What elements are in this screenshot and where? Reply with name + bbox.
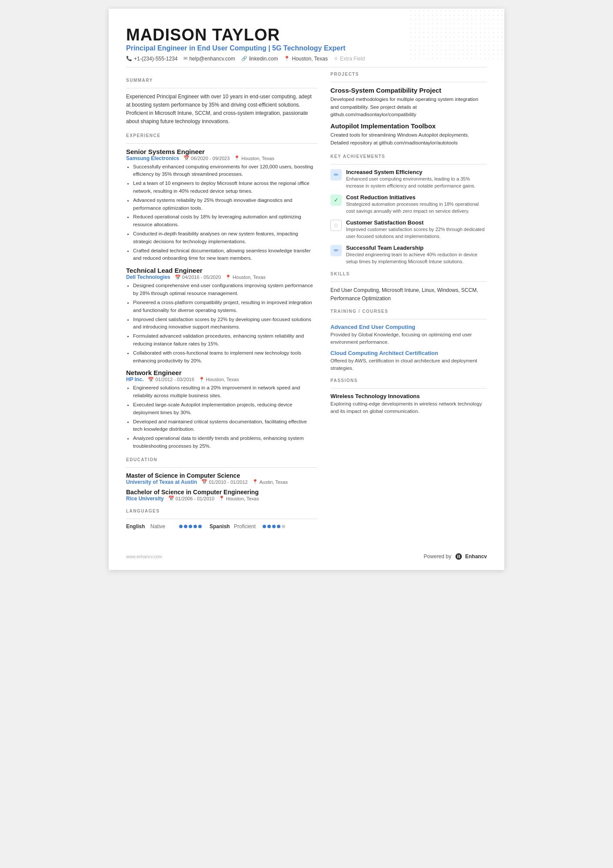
training-title-2: Cloud Computing Architect Certification — [330, 350, 487, 356]
languages-label: LANGUAGES — [126, 509, 317, 513]
left-column: SUMMARY Experienced Principal Engineer w… — [126, 72, 317, 530]
footer: www.enhancv.com Powered by Enhancv — [126, 552, 487, 561]
achievement-icon-3: ☆ — [330, 220, 342, 231]
experience-label: EXPERIENCE — [126, 133, 317, 138]
achievement-title-4: Successful Team Leadership — [346, 245, 487, 251]
dot-s-2 — [267, 525, 271, 528]
achievement-2: ✓ Cost Reduction Initiatives Strategized… — [330, 194, 487, 215]
lang-spanish: Spanish Proficient — [210, 523, 285, 530]
achievement-title-1: Increased System Efficiency — [346, 169, 487, 175]
lang-english-name: English — [126, 523, 148, 530]
calendar-icon-1: 📅 — [183, 155, 190, 161]
achievement-icon-1: ✏ — [330, 169, 342, 181]
degree-2: Bachelor of Science in Computer Engineer… — [126, 489, 317, 496]
header-divider — [126, 67, 487, 67]
project-title-1: Cross-System Compatibility Project — [330, 87, 487, 94]
bullet-2-1: Designed comprehensive end-user configur… — [133, 282, 317, 298]
bullet-2-3: Improved client satisfaction scores by 2… — [133, 316, 317, 332]
linkedin-value: linkedin.com — [249, 56, 278, 62]
university-2: Rice University — [126, 496, 164, 502]
achievement-text-3: Improved customer satisfaction scores by… — [346, 226, 487, 240]
degree-1: Master of Science in Computer Science — [126, 472, 317, 479]
star-icon: ☆ — [334, 56, 338, 61]
university-1: University of Texas at Austin — [126, 479, 197, 485]
achievement-1: ✏ Increased System Efficiency Enhanced u… — [330, 169, 487, 190]
summary-divider — [126, 88, 317, 88]
training-text-1: Provided by Global Knowledge, focusing o… — [330, 331, 487, 346]
skills-text: End User Computing, Microsoft Intune, Li… — [330, 286, 487, 303]
training-divider — [330, 319, 487, 319]
bullet-1-6: Crafted detailed technical documentation… — [133, 247, 317, 263]
projects-divider — [330, 82, 487, 82]
edu-meta-2: Rice University 📅 01/2006 - 01/2010 📍 Ho… — [126, 496, 317, 502]
two-column-layout: SUMMARY Experienced Principal Engineer w… — [126, 72, 487, 530]
dates-3: 📅 01/2012 - 03/2016 — [148, 377, 194, 382]
bullet-1-1: Successfully enhanced computing environm… — [133, 163, 317, 179]
location-2: 📍 Houston, Texas — [225, 275, 266, 280]
pin-icon-2: 📍 — [225, 275, 231, 280]
bullet-1-3: Advanced systems reliability by 25% thro… — [133, 197, 317, 212]
skills-divider — [330, 282, 487, 282]
bullet-2-4: Formulated advanced validation procedure… — [133, 332, 317, 348]
company-2: Dell Technologies — [126, 274, 170, 280]
bullet-2-5: Collaborated with cross-functional teams… — [133, 349, 317, 365]
edu-loc-2: 📍 Houston, Texas — [219, 496, 259, 501]
location-item: 📍 Houston, Texas — [284, 56, 328, 62]
edu-dates-1: 📅 01/2010 - 01/2012 — [201, 479, 247, 485]
achievements-label: KEY ACHIEVEMENTS — [330, 154, 487, 159]
location-1: 📍 Houston, Texas — [234, 155, 274, 161]
footer-website: www.enhancv.com — [126, 554, 162, 559]
enhancv-logo-icon — [454, 552, 463, 561]
dot-s-3 — [272, 525, 276, 528]
location-icon: 📍 — [284, 56, 290, 61]
pin-edu-1: 📍 — [252, 479, 258, 485]
achievement-icon-4: ✏ — [330, 245, 342, 256]
passions-label: PASSIONS — [330, 378, 487, 383]
achievement-content-4: Successful Team Leadership Directed engi… — [346, 245, 487, 265]
achievement-content-3: Customer Satisfaction Boost Improved cus… — [346, 219, 487, 240]
dot-e-4 — [193, 525, 197, 528]
bullet-2-2: Pioneered a cross-platform compatibility… — [133, 299, 317, 315]
linkedin-item: 🔗 linkedin.com — [241, 56, 278, 62]
edu-dates-2: 📅 01/2006 - 01/2010 — [168, 496, 214, 501]
email-item: ✉ help@enhancv.com — [183, 56, 235, 62]
achievement-text-1: Enhanced user computing environments, le… — [346, 175, 487, 190]
bullets-1: Successfully enhanced computing environm… — [126, 163, 317, 263]
email-value: help@enhancv.com — [189, 56, 235, 62]
location-value: Houston, Texas — [292, 56, 328, 62]
achievement-4: ✏ Successful Team Leadership Directed en… — [330, 245, 487, 265]
achievement-content-2: Cost Reduction Initiatives Strategized a… — [346, 194, 487, 215]
job-meta-1: Samsung Electronics 📅 06/2020 - 09/2023 … — [126, 155, 317, 161]
edu-meta-1: University of Texas at Austin 📅 01/2010 … — [126, 479, 317, 485]
languages-divider — [126, 519, 317, 519]
company-1: Samsung Electronics — [126, 155, 179, 161]
passion-text-1: Exploring cutting-edge developments in w… — [330, 400, 487, 416]
training-title-1: Advanced End User Computing — [330, 324, 487, 330]
extra-field-item: ☆ Extra Field — [334, 56, 365, 62]
bullets-2: Designed comprehensive end-user configur… — [126, 282, 317, 365]
achievement-text-4: Directed engineering team to achieve 40%… — [346, 251, 487, 265]
bullet-3-2: Executed large-scale Autopilot implement… — [133, 401, 317, 417]
cal-edu-2: 📅 — [168, 496, 174, 501]
resume-page: MADISON TAYLOR Principal Engineer in End… — [109, 9, 504, 570]
bullet-3-4: Analyzed operational data to identify tr… — [133, 435, 317, 450]
email-icon: ✉ — [183, 56, 187, 61]
achievement-icon-2: ✓ — [330, 194, 342, 206]
job-meta-3: HP Inc. 📅 01/2012 - 03/2016 📍 Houston, T… — [126, 376, 317, 382]
job-title-3: Network Engineer — [126, 369, 317, 376]
lang-spanish-level: Proficient — [234, 523, 260, 530]
dates-2: 📅 04/2016 - 05/2020 — [175, 275, 221, 280]
dot-e-5 — [198, 525, 202, 528]
lang-english-dots — [179, 525, 202, 528]
calendar-icon-2: 📅 — [175, 275, 181, 280]
training-text-2: Offered by AWS, certification in cloud a… — [330, 357, 487, 372]
pin-edu-2: 📍 — [219, 496, 225, 501]
achievement-title-3: Customer Satisfaction Boost — [346, 219, 487, 226]
bullet-3-1: Engineered solutions resulting in a 20% … — [133, 384, 317, 400]
dot-s-1 — [263, 525, 266, 528]
summary-label: SUMMARY — [126, 78, 317, 83]
bullet-1-2: Led a team of 10 engineers to deploy Mic… — [133, 180, 317, 195]
languages-row: English Native Spanish Proficient — [126, 523, 317, 530]
education-divider — [126, 467, 317, 468]
job-title-2: Technical Lead Engineer — [126, 267, 317, 274]
